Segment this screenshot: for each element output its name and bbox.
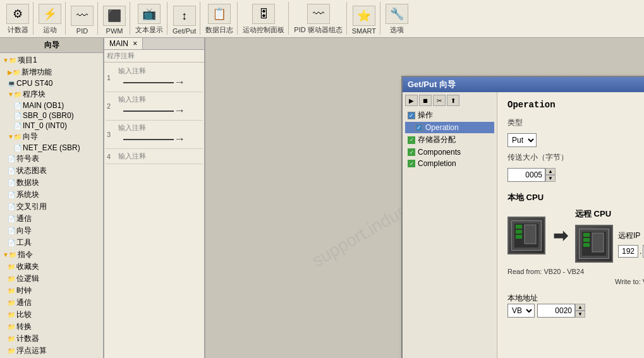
tree-item-crossref[interactable]: 📄 交叉引用: [1, 201, 102, 213]
read-from-label: Read from: VB20 - VB24: [507, 268, 644, 275]
state-icon: 📄: [8, 167, 15, 174]
tree-item-project[interactable]: ▼📁 项目1: [1, 54, 102, 66]
tree-item-new-features[interactable]: ▶📁 新增功能: [1, 66, 102, 78]
local-cpu-block: 本地 CPU: [507, 192, 644, 275]
size-spin-up[interactable]: ▲: [545, 168, 556, 175]
cpu-section: 本地 CPU: [507, 192, 644, 275]
folder-icon-bit: 📁: [8, 275, 15, 282]
counter-icon[interactable]: ⚙: [6, 4, 29, 24]
ladder-row-1: 1 输入注释 →: [106, 64, 203, 92]
local-addr-input[interactable]: [537, 304, 575, 318]
local-addr-spin-down[interactable]: ▼: [575, 311, 585, 318]
row-num-3: 3: [107, 131, 116, 138]
tree-item-tools[interactable]: 📄 工具: [1, 237, 102, 249]
tree-item-sysblock[interactable]: 📄 系统块: [1, 189, 102, 201]
svg-rect-11: [592, 233, 604, 252]
nav-item-components[interactable]: Components: [405, 146, 494, 158]
cross-icon: 📄: [8, 203, 15, 210]
tree-item-int[interactable]: 📄 INT_0 (INT0): [1, 121, 102, 131]
content-title: Operation: [507, 100, 644, 110]
pwm-icon[interactable]: ⬛: [103, 6, 126, 26]
getput-icon[interactable]: ↕: [173, 6, 196, 26]
ladder-area[interactable]: 1 输入注释 → 2 输入注释 →: [104, 63, 204, 358]
tree-item-cpu-label: CPU ST40: [16, 79, 52, 88]
type-select[interactable]: Put Get: [507, 133, 537, 147]
nav-checkbox-op-parent[interactable]: [408, 112, 415, 119]
left-panel: 向导 ▼📁 项目1 ▶📁 新增功能 💻 CPU ST40 ▼📁 程序块 📄 MA…: [0, 38, 104, 358]
tree-item-state[interactable]: 📄 状态图表: [1, 165, 102, 177]
nav-cut-btn[interactable]: ✂: [433, 95, 446, 106]
ip-part-1[interactable]: [618, 245, 638, 258]
tab-close-btn[interactable]: ×: [133, 39, 137, 48]
local-cpu-header: 本地 CPU: [507, 192, 644, 203]
svg-rect-4: [516, 235, 522, 239]
tree-item-sys-label: 系统块: [16, 189, 39, 200]
tree-item-counter[interactable]: 📁 计数器: [1, 333, 102, 345]
tree-item-datablock[interactable]: 📄 数据块: [1, 177, 102, 189]
folder-icon-new: ▶📁: [8, 69, 20, 76]
tree-item-wizard[interactable]: ▼📁 向导: [1, 131, 102, 143]
remote-ip-label: 远程IP: [618, 230, 640, 241]
size-spin-down[interactable]: ▼: [545, 175, 556, 182]
tree-item-comm[interactable]: 📄 通信: [1, 213, 102, 225]
smart-icon[interactable]: ⭐: [353, 6, 375, 26]
tree-item-program-block[interactable]: ▼📁 程序块: [1, 88, 102, 100]
ip-dot-1: .: [640, 247, 641, 256]
nav-item-operation-parent[interactable]: 操作: [405, 109, 494, 122]
tree-item-net-label: NET_EXE (SBR): [23, 143, 80, 152]
row-num-2: 2: [107, 102, 116, 110]
nav-play-btn[interactable]: ▶: [405, 95, 418, 106]
tree-item-clock[interactable]: 📁 时钟: [1, 285, 102, 297]
doc-icon-main: 📄: [14, 102, 21, 109]
workspace: Get/Put 向导 × ▶ ⏹ ✂ ⬆ 操作: [205, 38, 644, 358]
dialog-content: Operation 类型 Put Get 传送大小（字节）: [497, 92, 644, 358]
pid-icon[interactable]: 〰: [71, 6, 94, 26]
tree-item-instructions[interactable]: ▼📁 指令: [1, 249, 102, 261]
tree-item-wizard2[interactable]: 📄 向导: [1, 225, 102, 237]
middle-panel: MAIN × 程序注释 1 输入注释 → 2 输入注释: [104, 38, 205, 358]
tree-item-sbr[interactable]: 📄 SBR_0 (SBR0): [1, 110, 102, 121]
nav-checkbox-op[interactable]: [415, 124, 423, 131]
nav-item-memory[interactable]: 存储器分配: [405, 133, 494, 146]
text-display-icon[interactable]: 📺: [138, 4, 161, 24]
tree-item-comm2[interactable]: 📁 通信: [1, 297, 102, 309]
tree-item-compare[interactable]: 📁 比较: [1, 309, 102, 321]
nav-up-btn[interactable]: ⬆: [447, 95, 459, 106]
local-addr-spinfield: ▲ ▼: [537, 304, 585, 318]
pid-drive-icon[interactable]: 〰: [307, 4, 330, 24]
size-input[interactable]: [507, 168, 545, 182]
svg-rect-2: [516, 225, 522, 229]
nav-stop-btn[interactable]: ⏹: [419, 95, 432, 106]
tree-item-sym-label: 符号表: [16, 153, 39, 164]
toolbar-group-pwm: ⬛ PWM: [99, 2, 130, 35]
tree-item-wiz2-label: 向导: [16, 225, 32, 236]
folder-icon-fav: 📁: [8, 263, 15, 270]
tree-area[interactable]: ▼📁 项目1 ▶📁 新增功能 💻 CPU ST40 ▼📁 程序块 📄 MAIN …: [0, 53, 103, 358]
options-icon[interactable]: 🔧: [386, 4, 408, 24]
tree-item-float[interactable]: 📁 浮点运算: [1, 345, 102, 357]
tree-item-favorites[interactable]: 📁 收藏夹: [1, 261, 102, 273]
local-addr-spin-up[interactable]: ▲: [575, 304, 585, 311]
tree-item-main[interactable]: 📄 MAIN (OB1): [1, 100, 102, 110]
tree-item-bitlogic[interactable]: 📁 位逻辑: [1, 273, 102, 285]
tree-item-symtable[interactable]: 📄 符号表: [1, 153, 102, 165]
ladder-row-3: 3 输入注释 →: [106, 121, 203, 149]
type-select-row: Put Get: [507, 133, 644, 147]
tab-main[interactable]: MAIN ×: [104, 38, 143, 49]
nav-item-operation[interactable]: Operation: [405, 122, 494, 133]
folder-icon: ▼📁: [3, 57, 16, 64]
datalog-icon[interactable]: 📋: [208, 4, 231, 24]
tree-item-convert[interactable]: 📁 转换: [1, 321, 102, 333]
tree-item-netexe[interactable]: 📄 NET_EXE (SBR): [1, 143, 102, 153]
tree-item-cpu[interactable]: 💻 CPU ST40: [1, 78, 102, 88]
toolbar-group-pid: 〰 PID: [67, 2, 98, 35]
nav-item-completion[interactable]: Completion: [405, 158, 494, 169]
local-addr-type-select[interactable]: VB: [507, 304, 535, 318]
nav-item-memory-label: 存储器分配: [418, 134, 456, 145]
tree-item-cmp-label: 比较: [16, 309, 32, 320]
toolbar-group-datalog: 📋 数据日志: [202, 2, 238, 35]
folder-icon-conv: 📁: [8, 323, 15, 330]
sym-icon: 📄: [8, 155, 15, 162]
motion-icon[interactable]: ⚡: [39, 4, 61, 24]
motion-ctrl-icon[interactable]: 🎛: [252, 4, 275, 24]
